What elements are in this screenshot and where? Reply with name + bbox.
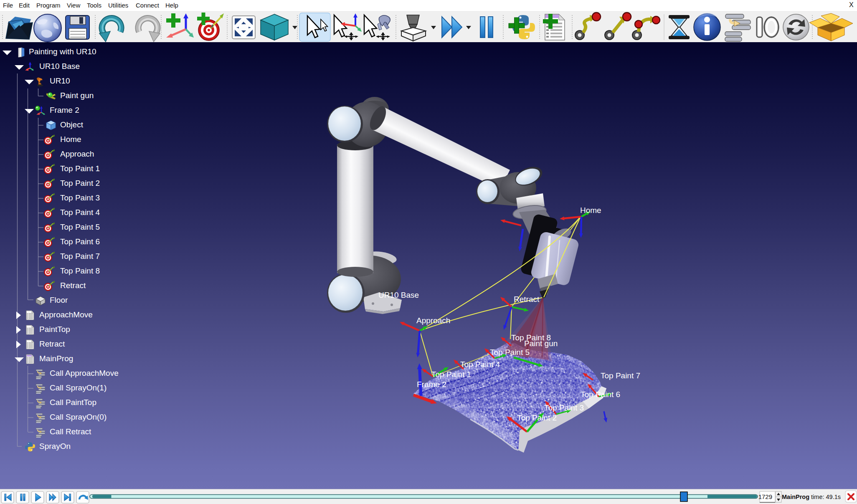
svg-text:UR10 Base: UR10 Base [378,291,419,299]
svg-text:Top Paint 5: Top Paint 5 [490,348,530,357]
svg-text:MainProg time: 49.1s: MainProg time: 49.1s [782,494,841,500]
svg-text:Top Paint 2: Top Paint 2 [517,413,557,422]
svg-text:Paint gun: Paint gun [524,339,558,348]
svg-text:Top Paint 1: Top Paint 1 [431,370,471,379]
svg-text:Frame 2: Frame 2 [417,380,446,389]
svg-text:Approach: Approach [416,316,450,325]
svg-text:Top Paint 3: Top Paint 3 [544,403,584,412]
svg-text:1729: 1729 [758,493,772,500]
svg-text:Top Paint 7: Top Paint 7 [601,371,640,380]
svg-text:Home: Home [580,206,601,215]
svg-text:Top Paint 4: Top Paint 4 [460,360,500,369]
svg-text:Top Paint 6: Top Paint 6 [581,390,620,399]
svg-text:Retract: Retract [514,295,540,304]
